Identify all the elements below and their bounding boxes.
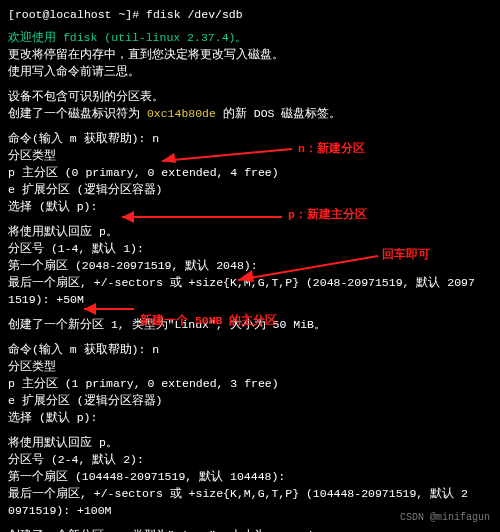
user-input[interactable]: +100M — [77, 504, 112, 517]
annotation: 回车即可 — [382, 246, 430, 263]
user-input[interactable]: +50M — [56, 293, 84, 306]
option-e: e 扩展分区 (逻辑分区容器) — [8, 392, 492, 409]
svg-marker-5 — [238, 270, 254, 282]
svg-marker-7 — [84, 303, 96, 315]
fdisk-prompt: 命令(输入 m 获取帮助): — [8, 132, 152, 145]
first-sector: 第一个扇区 (104448-20971519, 默认 104448): — [8, 468, 492, 485]
choose-prompt: 选择 (默认 p): — [8, 200, 97, 213]
shell-prompt: [root@localhost ~]# — [8, 8, 146, 21]
label: 分区类型 — [8, 358, 492, 375]
choose-prompt: 选择 (默认 p): — [8, 411, 97, 424]
arrow-icon — [238, 254, 378, 284]
disk-id: 0xc14b80de — [147, 107, 216, 120]
last-sector: 最后一个扇区, +/-sectors 或 +size{K,M,G,T,P} (1… — [8, 487, 468, 500]
option-p: p 主分区 (1 primary, 0 extended, 3 free) — [8, 375, 492, 392]
info-line: 更改将停留在内存中，直到您决定将更改写入磁盘。 — [8, 46, 492, 63]
watermark: CSDN @minifagun — [400, 509, 490, 526]
arrow-icon — [122, 210, 282, 224]
default-p: 将使用默认回应 p。 — [8, 434, 492, 451]
partition-num: 分区号 (2-4, 默认 2): — [8, 451, 492, 468]
user-input[interactable]: n — [152, 343, 159, 356]
command: fdisk /dev/sdb — [146, 8, 243, 21]
welcome-line: 欢迎使用 fdisk (util-linux 2.37.4)。 — [8, 29, 492, 46]
svg-line-4 — [238, 256, 378, 280]
info-line: 使用写入命令前请三思。 — [8, 63, 492, 80]
annotation: p：新建主分区 — [288, 206, 367, 223]
annotation: 新建一个 50MB 的主分区 — [140, 312, 277, 329]
info-line: 创建了一个磁盘标识符为 — [8, 107, 147, 120]
arrow-icon — [162, 149, 292, 169]
info-line: 设备不包含可识别的分区表。 — [8, 88, 492, 105]
annotation: n：新建分区 — [298, 140, 365, 157]
created-line: 创建了一个新分区 2, 类型为"Linux", 大小为 100 MiB。 — [8, 527, 492, 532]
svg-line-0 — [162, 149, 292, 161]
fdisk-prompt: 命令(输入 m 获取帮助): — [8, 343, 152, 356]
user-input[interactable]: n — [152, 132, 159, 145]
option-e: e 扩展分区 (逻辑分区容器) — [8, 181, 492, 198]
arrow-icon — [84, 302, 134, 316]
svg-marker-3 — [122, 211, 134, 223]
default-p: 将使用默认回应 p。 — [8, 223, 492, 240]
